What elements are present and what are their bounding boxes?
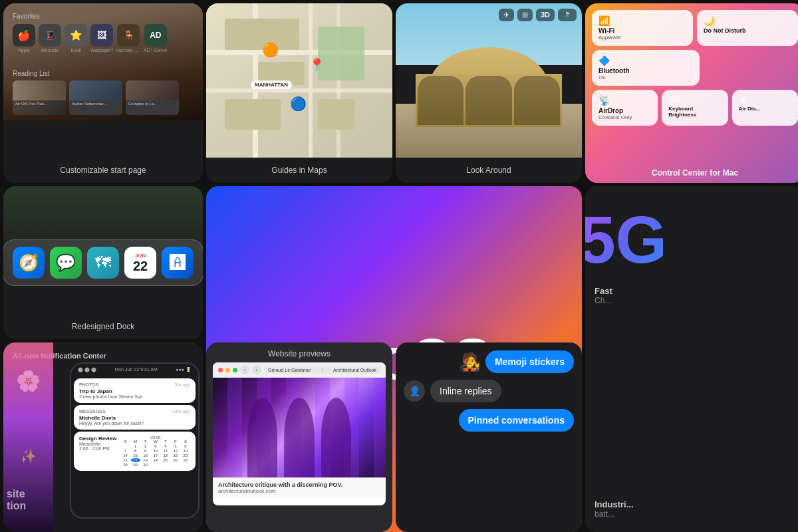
manhattan-label: MANHATTAN (251, 80, 292, 89)
cc-wifi: 📶 Wi-Fi AppleWifi (592, 10, 693, 46)
left-text-1: site tion (7, 488, 50, 512)
map-pin-blue: 🔵 (290, 96, 307, 112)
main-grid: Favorites 🍎 Apple 🎩 Monocle ⭐ Kvell 🖼 Wa… (0, 0, 798, 532)
tile-messages: 🧑‍🎤 Memoji stickers 👤 Inline replies Pin… (396, 342, 582, 532)
cc-keyboard-brightness: ⌨ Keyboard Brightness (662, 90, 728, 126)
pinned-row: Pinned conversations (404, 409, 574, 432)
app-icon-kvell: ⭐ Kvell (65, 24, 87, 53)
dock-icon-calendar: JUN 22 (124, 247, 156, 279)
memoji-row: 🧑‍🎤 Memoji stickers (404, 350, 574, 373)
cc-airdrop: 📡 AirDrop Contacts Only (592, 90, 658, 126)
tile-dock: 🧭 💬 🗺 JUN 22 🅰 Redesigned Dock (3, 186, 203, 339)
bubble-inline: Inline replies (430, 380, 501, 402)
notification-phone: ⬤ ⬤ ⬤ Mon Jun 22 9:41 AM ●●● 🔋 PHOTOS 5m… (70, 362, 200, 519)
control-center-content: 📶 Wi-Fi AppleWifi 🌙 Do Not Disturb 🔷 Blu… (585, 3, 798, 160)
cc-do-not-disturb: 🌙 Do Not Disturb (697, 10, 798, 46)
map-pin-green: 📍 (309, 57, 325, 73)
cc-air-display: 🖥 Air Dis... (732, 90, 798, 126)
reading-item-1: Air Off-The-Plan... (13, 80, 66, 115)
tile-notification-center: All-new Notification Center 🌸 ✨ ⬤ ⬤ ⬤ Mo… (3, 342, 203, 532)
look-around-toolbar: ✈ ⊞ 3D 🔭 (499, 9, 577, 21)
calendar-widget: Design Review Manzanita 2:00 - 4:00 PM J… (74, 432, 196, 471)
tile-control-center: 📶 Wi-Fi AppleWifi 🌙 Do Not Disturb 🔷 Blu… (585, 3, 798, 183)
reading-item-3: Complex is La... (126, 80, 179, 115)
bubble-memoji: Memoji stickers (485, 350, 574, 373)
look-around-content: ✈ ⊞ 3D 🔭 (396, 3, 582, 158)
generic-avatar: 👤 (404, 380, 425, 402)
phone-status-bar: ⬤ ⬤ ⬤ Mon Jun 22 9:41 AM ●●● 🔋 (71, 364, 198, 376)
website-content: Website previews ‹ › Géraud Le Garduner … (206, 342, 392, 532)
dock-icon-messages: 💬 (50, 247, 82, 279)
tile-5g: 5G Fast Ch... Industri... batt... (585, 186, 798, 532)
inline-replies-row: 👤 Inline replies (404, 380, 574, 402)
memoji-avatar: 🧑‍🎤 (459, 352, 480, 372)
reading-list-label: Reading List (13, 70, 194, 77)
photos-notification: PHOTOS 5m ago Trip to Japan 2 new photos… (74, 378, 196, 403)
favorites-label: Favorites (13, 13, 194, 20)
5g-desc: Fast Ch... (585, 286, 798, 305)
maps-content: 🟠 📍 🔵 MANHATTAN (206, 3, 392, 158)
dock-label: Redesigned Dock (3, 322, 203, 331)
bubble-pinned: Pinned conversations (459, 409, 574, 432)
browser-caption: Architecture critique with a discerning … (213, 477, 386, 498)
control-center-label: Control Center for Mac (585, 168, 798, 178)
reading-item-2: Atelier Schummer... (69, 80, 122, 115)
dock-bar: 🧭 💬 🗺 JUN 22 🅰 (3, 239, 203, 286)
app-icon-apple: 🍎 Apple (13, 24, 35, 53)
industrial-label: Industri... batt... (585, 499, 798, 519)
app-icon-wallpaper: 🖼 Wallpaper* (90, 24, 113, 53)
arch-image (213, 378, 386, 477)
messages-content: 🧑‍🎤 Memoji stickers 👤 Inline replies Pin… (396, 342, 582, 532)
tile-website-previews: Website previews ‹ › Géraud Le Garduner … (206, 342, 392, 532)
cc-bluetooth: 🔷 Bluetooth On (592, 50, 700, 86)
website-label: Website previews (213, 349, 386, 358)
tile-start-page: Favorites 🍎 Apple 🎩 Monocle ⭐ Kvell 🖼 Wa… (3, 3, 203, 183)
map-pin-orange: 🟠 (262, 42, 279, 58)
dock-icon-safari: 🧭 (13, 247, 45, 279)
tile-look-around: ✈ ⊞ 3D 🔭 Look Around (396, 3, 582, 183)
app-icon-ad: AD AD | Clever (144, 24, 168, 53)
maps-label: Guides in Maps (206, 166, 392, 175)
look-around-label: Look Around (396, 166, 582, 175)
dock-icon-appstore: 🅰 (162, 247, 194, 279)
app-icon-herman: 🪑 Herman Miller (116, 24, 140, 53)
browser-window: ‹ › Géraud Le Garduner | Architectural O… (213, 362, 386, 505)
5g-number: 5G (585, 206, 667, 273)
dock-icon-maps: 🗺 (87, 247, 119, 279)
messages-notification: MESSAGES 28m ago Michelle Davis Heyyy. A… (74, 405, 196, 430)
tile-maps: 🟠 📍 🔵 MANHATTAN Guides in Maps (206, 3, 392, 183)
app-icon-monocle: 🎩 Monocle (39, 24, 61, 53)
start-page-label: Customizable start page (3, 166, 203, 175)
